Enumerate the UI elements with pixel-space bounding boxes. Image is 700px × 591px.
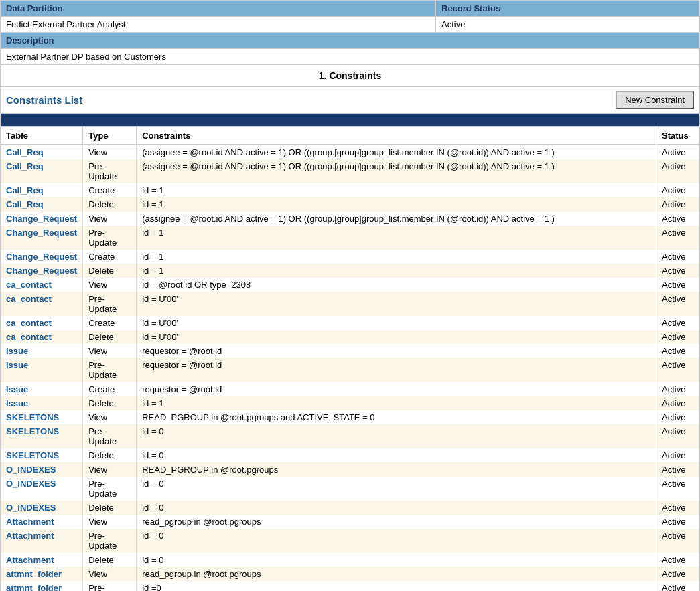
col-header-table: Table (1, 127, 83, 145)
cell-table[interactable]: Issue (1, 396, 83, 410)
cell-status: Active (656, 197, 700, 212)
cell-table[interactable]: Change_Request (1, 264, 83, 278)
cell-constraints: read_pgroup in @root.pgroups (137, 515, 656, 529)
table-row: Call_ReqPre-Update(assignee = @root.id A… (1, 159, 700, 183)
cell-table[interactable]: Change_Request (1, 212, 83, 226)
cell-table[interactable]: Call_Req (1, 159, 83, 183)
table-row: Change_RequestDeleteid = 1Active (1, 264, 700, 278)
table-row: Change_RequestPre-Updateid = 1Active (1, 226, 700, 250)
cell-status: Active (656, 529, 700, 553)
cell-table[interactable]: Change_Request (1, 226, 83, 250)
cell-table[interactable]: O_INDEXES (1, 477, 83, 501)
cell-type: Create (83, 250, 137, 264)
cell-status: Active (656, 358, 700, 382)
cell-table[interactable]: Call_Req (1, 183, 83, 197)
cell-constraints: id = 0 (137, 501, 656, 515)
cell-type: View (83, 278, 137, 292)
cell-table[interactable]: attmnt_folder (1, 567, 83, 581)
cell-status: Active (656, 264, 700, 278)
cell-constraints: (assignee = @root.id AND active = 1) OR … (137, 159, 656, 183)
cell-status: Active (656, 250, 700, 264)
cell-constraints: id = 1 (137, 197, 656, 212)
table-row: O_INDEXESViewREAD_PGROUP in @root.pgroup… (1, 462, 700, 477)
cell-constraints: id = 1 (137, 226, 656, 250)
cell-type: Pre-Update (83, 477, 137, 501)
table-row: IssueDeleteid = 1Active (1, 396, 700, 410)
table-row: SKELETONSViewREAD_PGROUP in @root.pgroup… (1, 410, 700, 424)
cell-table[interactable]: ca_contact (1, 292, 83, 316)
constraints-list-title: Constraints List (6, 94, 82, 106)
cell-table[interactable]: ca_contact (1, 330, 83, 344)
cell-type: Pre-Update (83, 226, 137, 250)
info-section: Data Partition Record Status Fedict Exte… (0, 0, 700, 65)
cell-status: Active (656, 462, 700, 477)
cell-table[interactable]: ca_contact (1, 316, 83, 330)
cell-type: Delete (83, 396, 137, 410)
cell-status: Active (656, 477, 700, 501)
table-row: SKELETONSPre-Updateid = 0Active (1, 424, 700, 448)
cell-type: Pre-Update (83, 358, 137, 382)
cell-constraints: id = 1 (137, 250, 656, 264)
cell-table[interactable]: O_INDEXES (1, 501, 83, 515)
cell-table[interactable]: O_INDEXES (1, 462, 83, 477)
cell-table[interactable]: SKELETONS (1, 424, 83, 448)
col-header-constraints: Constraints (137, 127, 656, 145)
cell-type: Pre-Update (83, 424, 137, 448)
cell-table[interactable]: SKELETONS (1, 448, 83, 462)
cell-status: Active (656, 581, 700, 591)
new-constraint-button[interactable]: New Constraint (616, 91, 694, 109)
cell-constraints: id = U'00' (137, 316, 656, 330)
cell-constraints: READ_PGROUP in @root.pgroups and ACTIVE_… (137, 410, 656, 424)
cell-status: Active (656, 448, 700, 462)
info-header-row: Data Partition Record Status (1, 1, 699, 16)
dark-bar (0, 114, 700, 127)
cell-table[interactable]: Change_Request (1, 250, 83, 264)
cell-table[interactable]: Call_Req (1, 197, 83, 212)
cell-type: Create (83, 382, 137, 396)
cell-constraints: (assignee = @root.id AND active = 1) OR … (137, 212, 656, 226)
table-row: ca_contactPre-Updateid = U'00'Active (1, 292, 700, 316)
cell-table[interactable]: SKELETONS (1, 410, 83, 424)
cell-constraints: id = @root.id OR type=2308 (137, 278, 656, 292)
cell-constraints: READ_PGROUP in @root.pgroups (137, 462, 656, 477)
cell-table[interactable]: Issue (1, 344, 83, 358)
constraints-title: 1. Constraints (0, 65, 700, 87)
cell-table[interactable]: ca_contact (1, 278, 83, 292)
cell-type: Pre-Update (83, 529, 137, 553)
cell-status: Active (656, 278, 700, 292)
cell-type: Delete (83, 197, 137, 212)
cell-table[interactable]: Issue (1, 382, 83, 396)
cell-constraints: requestor = @root.id (137, 358, 656, 382)
cell-type: Delete (83, 330, 137, 344)
cell-constraints: id =0 (137, 581, 656, 591)
cell-type: Delete (83, 501, 137, 515)
data-partition-label: Data Partition (6, 3, 63, 13)
cell-type: View (83, 145, 137, 159)
cell-type: Create (83, 183, 137, 197)
cell-constraints: id = 1 (137, 396, 656, 410)
cell-constraints: id = 0 (137, 553, 656, 567)
cell-status: Active (656, 159, 700, 183)
cell-type: View (83, 344, 137, 358)
cell-table[interactable]: Attachment (1, 529, 83, 553)
cell-table[interactable]: Attachment (1, 553, 83, 567)
cell-table[interactable]: attmnt_folder (1, 581, 83, 591)
cell-type: Delete (83, 264, 137, 278)
table-row: Change_RequestView(assignee = @root.id A… (1, 212, 700, 226)
cell-constraints: id = 0 (137, 477, 656, 501)
data-partition-value: Fedict External Partner Analyst (1, 17, 436, 32)
table-row: AttachmentViewread_pgroup in @root.pgrou… (1, 515, 700, 529)
cell-status: Active (656, 212, 700, 226)
cell-status: Active (656, 344, 700, 358)
cell-type: View (83, 212, 137, 226)
cell-type: View (83, 567, 137, 581)
cell-status: Active (656, 396, 700, 410)
cell-table[interactable]: Attachment (1, 515, 83, 529)
cell-status: Active (656, 183, 700, 197)
cell-table[interactable]: Call_Req (1, 145, 83, 159)
cell-table[interactable]: Issue (1, 358, 83, 382)
cell-type: Pre-Update (83, 581, 137, 591)
page-wrapper: Data Partition Record Status Fedict Exte… (0, 0, 700, 591)
table-row: ca_contactDeleteid = U'00'Active (1, 330, 700, 344)
cell-status: Active (656, 145, 700, 159)
